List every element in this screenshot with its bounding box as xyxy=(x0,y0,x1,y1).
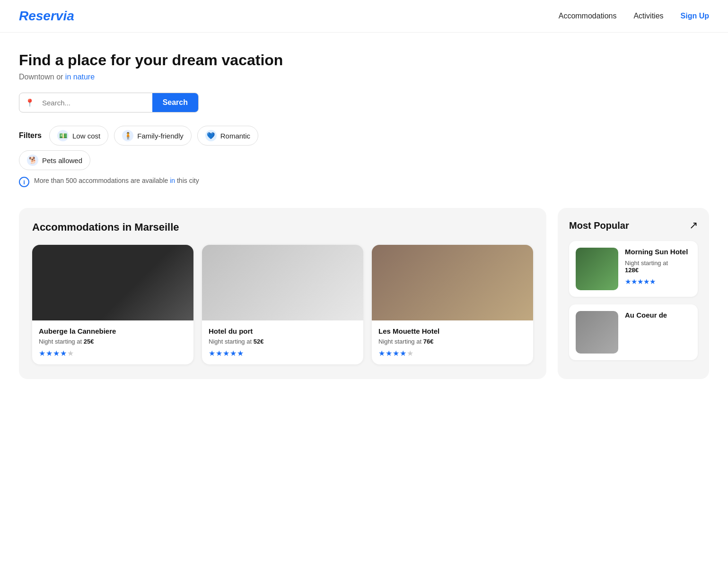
hero-title: Find a place for your dream vacation xyxy=(19,52,709,69)
hero-section: Find a place for your dream vacation Dow… xyxy=(0,33,728,208)
hotel-info-port: Hotel du port Night starting at 52€ ★★★★… xyxy=(202,320,363,364)
pets-icon: 🐕 xyxy=(27,155,38,166)
popular-card-coeur[interactable]: Au Coeur de xyxy=(569,304,698,360)
popular-stars-morning-sun: ★★★★★ xyxy=(625,277,691,286)
left-panel: Accommodations in Marseille Auberge la C… xyxy=(19,208,546,379)
hotel-name-port: Hotel du port xyxy=(209,327,357,335)
left-section-title: Accommodations in Marseille xyxy=(32,221,533,233)
nav-accommodations[interactable]: Accommodations xyxy=(559,12,617,20)
popular-card-morning-sun[interactable]: Morning Sun Hotel Night starting at128€ … xyxy=(569,241,698,297)
popular-name-coeur: Au Coeur de xyxy=(625,311,691,319)
hotel-name-mouette: Les Mouette Hotel xyxy=(378,327,526,335)
popular-img-morning-sun xyxy=(576,248,618,290)
popular-info-morning-sun: Morning Sun Hotel Night starting at128€ … xyxy=(625,248,691,286)
hotel-name-auberge: Auberge la Cannebiere xyxy=(39,327,187,335)
filter-family-friendly[interactable]: 🧍 Family-friendly xyxy=(114,126,192,146)
trend-icon: ↗ xyxy=(689,219,698,232)
low-cost-icon: 💵 xyxy=(57,130,69,141)
filter-low-cost[interactable]: 💵 Low cost xyxy=(49,126,108,146)
hotel-stars-mouette: ★★★★★ xyxy=(378,349,526,358)
popular-price-morning-sun: Night starting at128€ xyxy=(625,259,691,274)
popular-img-coeur xyxy=(576,311,618,354)
search-button[interactable]: Search xyxy=(152,93,198,112)
hero-subtitle: Downtown or in nature xyxy=(19,73,709,81)
hotel-card-auberge[interactable]: Auberge la Cannebiere Night starting at … xyxy=(32,245,193,364)
logo: Reservia xyxy=(19,9,74,24)
hotel-card-mouette[interactable]: Les Mouette Hotel Night starting at 76€ … xyxy=(372,245,533,364)
nav: Accommodations Activities Sign Up xyxy=(559,12,709,20)
popular-title: Most Popular xyxy=(569,220,629,231)
main-layout: Accommodations in Marseille Auberge la C… xyxy=(0,208,728,398)
filter-romantic[interactable]: 💙 Romantic xyxy=(197,126,258,146)
hotels-cards-row: Auberge la Cannebiere Night starting at … xyxy=(32,245,533,364)
info-row: i More than 500 accommodations are avail… xyxy=(19,176,709,187)
header: Reservia Accommodations Activities Sign … xyxy=(0,0,728,33)
nav-activities[interactable]: Activities xyxy=(633,12,663,20)
hotel-price-port: Night starting at 52€ xyxy=(209,338,357,345)
popular-info-coeur: Au Coeur de xyxy=(625,311,691,323)
hotel-price-auberge: Night starting at 25€ xyxy=(39,338,187,345)
hotel-card-port[interactable]: Hotel du port Night starting at 52€ ★★★★… xyxy=(202,245,363,364)
hotel-img-mouette xyxy=(372,245,533,320)
info-icon: i xyxy=(19,177,29,187)
right-panel: Most Popular ↗ Morning Sun Hotel Night s… xyxy=(558,208,709,379)
family-icon: 🧍 xyxy=(122,130,133,141)
hotel-stars-port: ★★★★★ xyxy=(209,349,357,358)
info-text: More than 500 accommodations are availab… xyxy=(34,176,199,186)
search-bar: 📍 Search xyxy=(19,93,199,112)
romantic-icon: 💙 xyxy=(205,130,217,141)
filter-pets-label: Pets allowed xyxy=(42,156,82,164)
popular-header: Most Popular ↗ xyxy=(569,219,698,232)
filter-romantic-label: Romantic xyxy=(220,132,250,140)
popular-name-morning-sun: Morning Sun Hotel xyxy=(625,248,691,256)
location-icon: 📍 xyxy=(19,94,40,112)
search-input[interactable] xyxy=(40,94,152,112)
hotel-img-auberge xyxy=(32,245,193,320)
hotel-price-mouette: Night starting at 76€ xyxy=(378,338,526,345)
hotel-info-mouette: Les Mouette Hotel Night starting at 76€ … xyxy=(372,320,533,364)
filters-row: Filters 💵 Low cost 🧍 Family-friendly 💙 R… xyxy=(19,126,709,146)
filters-label: Filters xyxy=(19,131,42,140)
hotel-info-auberge: Auberge la Cannebiere Night starting at … xyxy=(32,320,193,364)
filters-row-2: 🐕 Pets allowed xyxy=(19,150,709,170)
filter-pets-allowed[interactable]: 🐕 Pets allowed xyxy=(19,150,90,170)
filter-low-cost-label: Low cost xyxy=(72,132,100,140)
filter-family-label: Family-friendly xyxy=(137,132,184,140)
hotel-img-port xyxy=(202,245,363,320)
nav-signup[interactable]: Sign Up xyxy=(681,12,709,20)
hotel-stars-auberge: ★★★★★ xyxy=(39,349,187,358)
